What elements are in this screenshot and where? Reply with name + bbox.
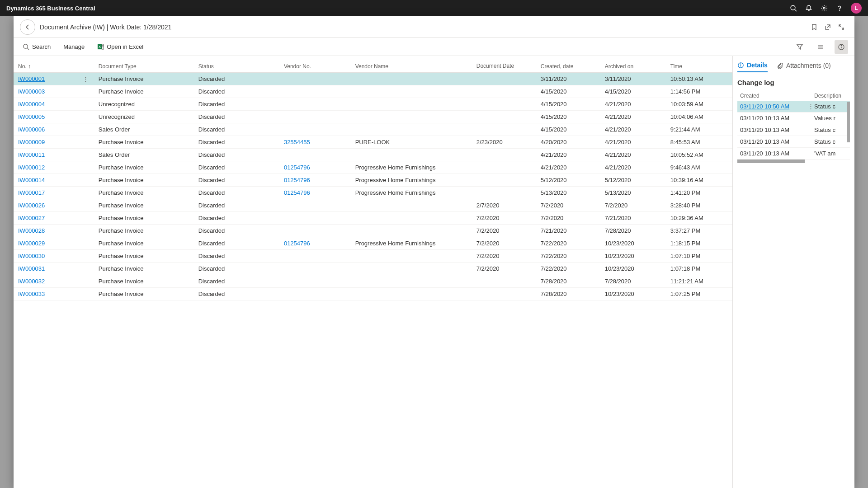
top-navbar: Dynamics 365 Business Central L	[0, 0, 868, 16]
avatar[interactable]: L	[851, 3, 862, 14]
help-icon[interactable]	[832, 0, 847, 16]
svg-line-1	[795, 9, 797, 11]
svg-point-2	[823, 7, 825, 9]
svg-point-0	[791, 5, 795, 10]
search-icon[interactable]	[786, 0, 801, 16]
svg-point-3	[839, 10, 840, 10]
settings-icon[interactable]	[816, 0, 832, 16]
product-name: Dynamics 365 Business Central	[6, 5, 95, 12]
notifications-icon[interactable]	[801, 0, 816, 16]
